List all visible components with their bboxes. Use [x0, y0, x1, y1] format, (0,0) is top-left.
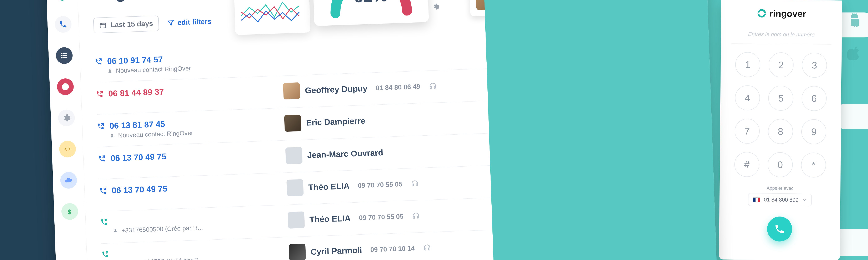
call-button[interactable] — [767, 216, 792, 242]
key-6[interactable]: 6 — [802, 86, 827, 111]
calendar-icon — [99, 22, 106, 29]
edit-filters-label: edit filters — [178, 17, 212, 27]
log-sub-label: +33176500500 (Créé par R... — [121, 224, 203, 234]
call-out-icon — [97, 122, 104, 130]
ringover-mark-icon — [757, 8, 767, 18]
avatar — [289, 244, 306, 260]
call-with-label: Appeler avec — [748, 185, 811, 191]
dialer-panel: ringover Entrez le nom ou le numéro 1 2 … — [719, 0, 842, 260]
log-sub-label: Nouveau contact RingOver — [118, 129, 193, 139]
log-contact-col: Eric Dampierre — [284, 108, 493, 132]
call-out-icon — [99, 187, 107, 195]
contact-number: 09 70 70 10 14 — [370, 244, 415, 253]
svg-point-14 — [115, 229, 116, 231]
log-number-col: 06 13 81 87 45 Nouveau contact RingOver — [97, 115, 285, 140]
dashboard: $ Logs 8 calls 62% 5 calls — [46, 0, 717, 260]
sidebar-item-billing[interactable]: $ — [61, 203, 78, 220]
log-number-col: 01 76 50 05 00 +33176500500 (Créé par R.… — [101, 244, 289, 260]
key-8[interactable]: 8 — [768, 119, 793, 144]
gauge-settings-icon[interactable] — [432, 3, 440, 11]
log-phone-number: 01 76 50 05 00 — [483, 0, 717, 260]
avatar — [287, 211, 305, 229]
contact-number: 01 84 80 06 49 — [376, 83, 421, 92]
logs-list: 06 10 91 74 57 Nouveau contact RingOver … — [94, 29, 702, 260]
date-range-label: Last 15 days — [111, 20, 153, 29]
avatar — [286, 179, 304, 196]
svg-point-12 — [109, 69, 111, 71]
ringover-mark-icon — [55, 0, 69, 2]
flag-fr-icon — [753, 197, 760, 202]
key-7[interactable]: 7 — [735, 118, 760, 144]
contact-name: Eric Dampierre — [306, 116, 366, 127]
contact-number: 09 70 70 55 05 — [358, 180, 402, 189]
svg-rect-11 — [100, 23, 105, 28]
svg-point-6 — [61, 55, 62, 57]
headset-icon — [412, 211, 420, 220]
avatar — [284, 115, 302, 132]
key-2[interactable]: 2 — [769, 52, 794, 77]
log-number-col: 06 10 91 74 57 Nouveau contact RingOver — [95, 50, 282, 75]
sidebar-item-settings[interactable] — [58, 109, 75, 127]
sidebar-item-logs[interactable] — [56, 47, 73, 64]
key-hash[interactable]: # — [734, 152, 760, 177]
sidebar-item-stats[interactable] — [57, 78, 74, 96]
svg-rect-9 — [63, 57, 67, 58]
sidebar-item-dialer[interactable] — [54, 16, 72, 33]
log-number-col: 06 13 70 49 75 — [98, 147, 286, 163]
phone-icon — [774, 223, 785, 235]
dialer-keypad: 1 2 3 4 5 6 7 8 9 # 0 * — [734, 52, 827, 178]
brand-name: ringover — [770, 8, 806, 19]
key-3[interactable]: 3 — [802, 52, 827, 78]
gauge-card: 62% — [312, 0, 429, 26]
outgoing-number-select[interactable]: 01 84 800 899 — [748, 193, 812, 207]
filter-icon — [167, 19, 174, 27]
log-phone-number: 06 10 91 74 57 — [107, 55, 163, 66]
headset-icon — [410, 179, 419, 187]
log-sub-label: Nouveau contact RingOver — [116, 65, 191, 74]
svg-point-13 — [111, 134, 113, 136]
key-1[interactable]: 1 — [735, 52, 760, 77]
call-with: Appeler avec 01 84 800 899 — [748, 185, 812, 207]
log-number-col: 06 13 70 49 75 — [99, 180, 287, 195]
log-contact-col: Théo ELIA 09 70 70 55 05 — [287, 205, 496, 229]
log-number-col: 06 81 44 89 37 — [96, 83, 283, 99]
avatar — [283, 82, 300, 100]
svg-rect-5 — [63, 53, 67, 54]
contact-name: Cyril Parmoli — [310, 245, 362, 256]
user-add-icon — [114, 228, 119, 233]
svg-point-8 — [61, 57, 62, 59]
svg-text:$: $ — [67, 208, 71, 215]
dialer-search-input[interactable]: Entrez le nom ou le numéro — [731, 25, 832, 44]
key-4[interactable]: 4 — [735, 85, 760, 110]
call-out-icon — [98, 155, 105, 162]
avatar — [285, 147, 303, 164]
contact-name: Jean-Marc Ouvrard — [307, 148, 383, 160]
call-missed-icon — [96, 90, 103, 98]
log-phone-number: 06 13 70 49 75 — [111, 152, 166, 163]
sidebar-item-dev[interactable] — [59, 141, 76, 158]
main-content: Logs 8 calls 62% 5 calls — [77, 0, 717, 260]
log-phone-number: 06 81 44 89 37 — [108, 87, 164, 99]
contact-number: 09 70 70 55 05 — [359, 212, 404, 222]
android-icon — [847, 12, 862, 28]
key-5[interactable]: 5 — [768, 85, 794, 111]
headset-icon — [423, 243, 431, 252]
log-contact-col: Geoffrey Dupuy 01 84 80 06 49 — [283, 76, 492, 100]
key-star[interactable]: * — [801, 152, 826, 178]
chevron-down-icon — [802, 197, 807, 202]
contact-name: Théo ELIA — [308, 181, 350, 192]
log-contact-col: Théo ELIA 09 70 70 55 05 — [286, 173, 495, 196]
sparkline-card — [234, 0, 310, 35]
key-0[interactable]: 0 — [768, 152, 793, 177]
brand-logo: ringover — [757, 8, 806, 19]
svg-rect-7 — [63, 55, 67, 56]
date-range-chip[interactable]: Last 15 days — [93, 15, 159, 33]
call-out-icon — [95, 58, 102, 65]
key-9[interactable]: 9 — [801, 119, 826, 144]
contact-name: Théo ELIA — [309, 213, 351, 224]
log-number-col: 01 76 50 05 00 +33176500500 (Créé par R.… — [100, 212, 288, 235]
svg-point-4 — [61, 53, 62, 54]
call-in-icon — [101, 251, 109, 258]
edit-filters-link[interactable]: edit filters — [167, 17, 212, 27]
sidebar-item-cloud[interactable] — [60, 172, 77, 189]
